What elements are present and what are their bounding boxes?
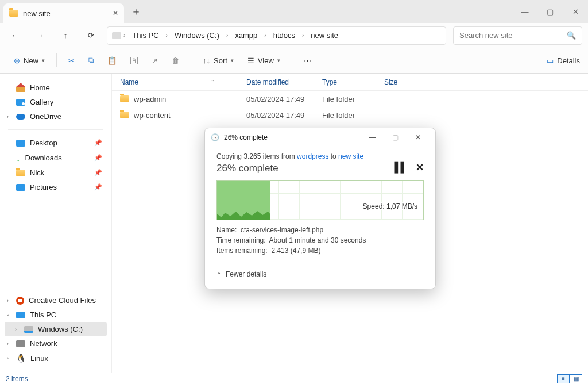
meta-items-value: 2.413 (47,9 MB) [271, 247, 320, 255]
details-button[interactable]: ▭ Details [547, 56, 580, 65]
rename-button[interactable]: 🄰 [125, 51, 144, 70]
meta-time-label: Time remaining: [216, 236, 266, 244]
back-button[interactable]: ← [6, 26, 24, 45]
sidebar-item-home[interactable]: Home [5, 80, 107, 95]
sidebar-item-this-pc[interactable]: ›This PC [5, 308, 107, 322]
sidebar-item-downloads[interactable]: ↓Downloads📌 [5, 150, 107, 166]
breadcrumb-seg[interactable]: new site [306, 31, 343, 40]
download-icon: ↓ [16, 153, 21, 163]
linux-icon: 🐧 [16, 354, 26, 363]
delete-button[interactable]: 🗑 [166, 51, 185, 70]
maximize-button[interactable]: ▢ [537, 0, 563, 23]
cut-button[interactable]: ✂ [63, 51, 80, 70]
view-button[interactable]: ☰ View ▾ [242, 51, 286, 70]
pin-icon[interactable]: 📌 [94, 154, 102, 162]
breadcrumb-seg[interactable]: xampp [230, 31, 262, 40]
copy-button[interactable]: ⧉ [83, 51, 99, 70]
table-row[interactable]: wp-content05/02/2024 17:49File folder [112, 107, 588, 123]
column-size[interactable]: Size [384, 78, 419, 86]
copy-source-link[interactable]: wordpress [297, 152, 328, 160]
dialog-close-button[interactable]: ✕ [407, 129, 430, 145]
column-type[interactable]: Type [322, 78, 384, 86]
share-button[interactable]: ↗ [146, 51, 164, 70]
chevron-right-icon[interactable]: › [226, 32, 228, 39]
chevron-right-icon[interactable]: › [264, 32, 266, 39]
chevron-right-icon[interactable]: › [7, 341, 9, 347]
window-tab[interactable]: new site ✕ [3, 3, 124, 23]
rename-icon: 🄰 [130, 56, 138, 65]
close-window-button[interactable]: ✕ [563, 0, 588, 23]
dialog-maximize-button[interactable]: ▢ [384, 129, 407, 145]
divider [292, 53, 292, 67]
chevron-down-icon[interactable]: › [5, 314, 11, 316]
sidebar-item-desktop[interactable]: Desktop📌 [5, 136, 107, 150]
details-view-toggle[interactable]: ≡ [557, 374, 570, 383]
search-icon[interactable]: 🔍 [567, 31, 576, 40]
more-button[interactable]: ⋯ [298, 51, 317, 70]
search-box[interactable]: 🔍 [453, 26, 582, 45]
column-date[interactable]: Date modified [246, 78, 322, 86]
sidebar-item-linux[interactable]: ›🐧Linux [5, 351, 107, 366]
breadcrumb[interactable]: › This PC › Windows (C:) › xampp › htdoc… [107, 26, 446, 45]
sidebar-item-pictures[interactable]: Pictures📌 [5, 180, 107, 194]
cloud-icon [16, 114, 25, 120]
pin-icon[interactable]: 📌 [94, 139, 102, 147]
pictures-icon [16, 184, 25, 191]
status-text: 2 items [6, 375, 28, 383]
copy-prefix: Copying 3.265 items from [216, 152, 297, 160]
status-bar: 2 items ≡ ▦ [0, 373, 588, 384]
sort-button[interactable]: ↑↓ Sort ▾ [197, 51, 239, 70]
minimize-button[interactable]: — [512, 0, 537, 23]
sidebar-item-label: Linux [30, 354, 48, 363]
chevron-right-icon[interactable]: › [302, 32, 304, 39]
chevron-right-icon[interactable]: › [123, 32, 125, 39]
pin-icon[interactable]: 📌 [94, 183, 102, 191]
details-pane-icon: ▭ [547, 56, 554, 65]
new-button[interactable]: ⊕ New ▾ [8, 51, 51, 70]
view-label: View [258, 56, 274, 65]
close-tab-icon[interactable]: ✕ [113, 9, 118, 17]
file-date: 05/02/2024 17:49 [246, 95, 322, 103]
sidebar-item-creative-cloud[interactable]: ›Creative Cloud Files [5, 293, 107, 308]
chevron-right-icon[interactable]: › [7, 114, 9, 120]
sidebar-item-gallery[interactable]: Gallery [5, 95, 107, 109]
tab-title: new site [23, 9, 51, 18]
file-type: File folder [322, 111, 384, 120]
chevron-right-icon[interactable]: › [166, 32, 168, 39]
sidebar-item-windows-c[interactable]: ›Windows (C:) [5, 322, 107, 336]
refresh-button[interactable]: ⟳ [82, 26, 100, 45]
forward-button[interactable]: → [31, 26, 49, 45]
sidebar: Home Gallery ›OneDrive Desktop📌 ↓Downloa… [0, 74, 112, 373]
breadcrumb-seg[interactable]: This PC [127, 31, 163, 40]
copy-mid: to [328, 152, 338, 160]
sidebar-item-onedrive[interactable]: ›OneDrive [5, 109, 107, 124]
divider [191, 53, 191, 67]
paste-button[interactable]: 📋 [102, 51, 122, 70]
pin-icon[interactable]: 📌 [94, 169, 102, 176]
table-row[interactable]: wp-admin05/02/2024 17:49File folder [112, 91, 588, 107]
sidebar-item-nick[interactable]: Nick📌 [5, 166, 107, 180]
breadcrumb-seg[interactable]: htdocs [269, 31, 300, 40]
dialog-titlebar[interactable]: 🕓 26% complete — ▢ ✕ [205, 128, 435, 147]
column-headers: Name⌃ Date modified Type Size [112, 74, 588, 91]
view-icon: ☰ [247, 56, 254, 65]
new-tab-button[interactable]: ＋ [126, 2, 146, 21]
breadcrumb-seg[interactable]: Windows (C:) [170, 31, 224, 40]
pause-button[interactable]: ▍▍ [395, 162, 407, 174]
search-input[interactable] [459, 31, 562, 40]
sidebar-item-network[interactable]: ›Network [5, 336, 107, 351]
throughput-chart: Speed: 1,07 MB/s [216, 180, 424, 220]
chevron-right-icon[interactable]: › [7, 355, 9, 361]
chevron-right-icon[interactable]: › [7, 298, 9, 304]
folder-icon [120, 112, 129, 118]
sort-asc-icon: ⌃ [211, 79, 215, 85]
copy-dest-link[interactable]: new site [338, 152, 363, 160]
dialog-minimize-button[interactable]: — [361, 129, 384, 145]
tiles-view-toggle[interactable]: ▦ [570, 374, 582, 383]
chevron-right-icon[interactable]: › [15, 327, 17, 332]
fewer-details-label: Fewer details [226, 270, 266, 278]
up-button[interactable]: ↑ [56, 26, 75, 45]
fewer-details-button[interactable]: ⌄ Fewer details [216, 264, 424, 281]
column-name[interactable]: Name⌃ [120, 78, 246, 86]
cancel-button[interactable]: ✕ [416, 162, 424, 174]
